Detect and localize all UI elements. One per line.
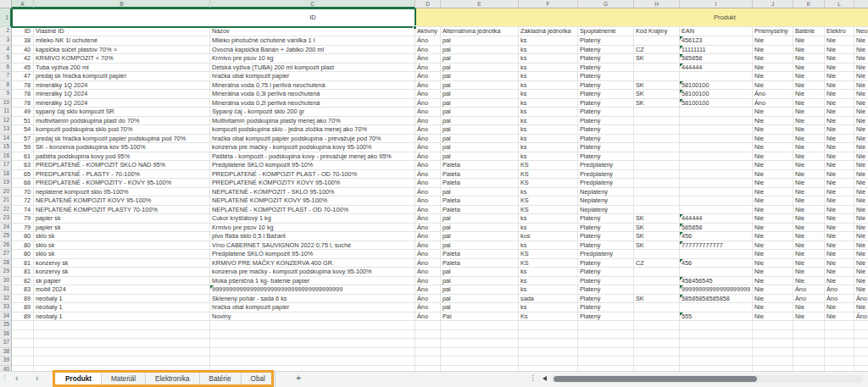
column-header-K[interactable]: K [793,0,825,8]
cell-priemyselny[interactable]: Nie [753,206,793,215]
cell-id[interactable]: 79 [12,224,34,233]
empty-cell[interactable] [12,357,34,366]
cell-priemyselny[interactable]: Nie [753,46,793,55]
produkt-band-cell[interactable]: Produkt [415,8,868,27]
empty-cell[interactable] [415,348,441,357]
cell-zakladna-jednotka[interactable]: ks [519,188,578,197]
cell-nazov[interactable]: Predplatené SKLO kompozit 95-10% [210,161,415,170]
cell-elektro[interactable]: Nie [825,99,854,108]
cell-zakladna-jednotka[interactable]: KS [519,170,578,180]
row-header-39[interactable]: 39 [0,357,12,366]
tab-material[interactable]: Materiál [102,372,146,387]
cell-alternativna-jednotka[interactable]: pal [441,303,519,312]
cell-ean[interactable]: 456123 [680,36,753,46]
cell-nazov[interactable]: Sklenený pohár - sada 6 ks [210,295,415,304]
cell-priemyselny[interactable]: Nie [753,268,793,277]
cell-id[interactable]: 78 [12,99,34,108]
cell-aktivny[interactable]: Áno [415,214,441,224]
cell-zakladna-jednotka[interactable]: ks [519,241,578,251]
cell-nazov[interactable]: NEPLATENÉ - KOMPOZIT - SKLO 95-100% [210,188,415,197]
cell-neobal[interactable]: Nie [854,161,868,170]
empty-cell[interactable] [210,339,415,348]
cell-ean[interactable]: 456 [680,259,753,268]
cell-ean[interactable]: 58100100 [680,99,753,108]
cell-spoplatnenie[interactable]: Predplatený [578,250,634,259]
row-header-7[interactable]: 7 [0,72,12,81]
cell-spoplatnenie[interactable]: Platený [578,143,634,152]
column-header-M[interactable]: M [854,0,868,8]
cell-alternativna-jednotka[interactable]: Paleta [441,196,519,206]
cell-neobal[interactable]: Nie [854,303,868,312]
cell-elektro[interactable]: Nie [825,188,854,197]
cell-kod-krajiny[interactable]: CZ [634,259,680,268]
cell-aktivny[interactable]: Áno [415,135,441,144]
field-header-H[interactable]: Kód Krajiny [634,27,680,36]
empty-cell[interactable] [680,357,753,366]
cell-baterie[interactable]: Nie [793,214,825,224]
field-header-M[interactable]: Neobal [854,27,868,36]
cell-baterie[interactable]: Áno [793,295,825,304]
scrollbar-left-arrow-icon[interactable] [542,376,547,381]
cell-vlastne-id[interactable]: neplatené kompozit sklo 95-100% [34,188,210,197]
cell-elektro[interactable]: Nie [825,64,854,73]
row-header-12[interactable]: 12 [0,117,12,126]
cell-alternativna-jednotka[interactable]: Paleta [441,179,519,188]
cell-spoplatnenie[interactable]: Predplatený [578,170,634,180]
column-header-F[interactable]: F [519,0,578,8]
cell-ean[interactable] [680,152,753,162]
empty-cell[interactable] [519,339,578,348]
cell-alternativna-jednotka[interactable]: pal [441,152,519,162]
cell-nazov[interactable]: Paštéta - kompozit - podskupina kovy - p… [210,152,415,162]
cell-vlastne-id[interactable]: kompozit podskupina sklo pod 70% [34,125,210,135]
row-header-33[interactable]: 33 [0,303,12,312]
cell-neobal[interactable]: Nie [854,224,868,233]
cell-elektro[interactable]: Áno [825,295,854,304]
field-header-C[interactable]: Názov [210,27,415,36]
cell-alternativna-jednotka[interactable]: pal [441,188,519,197]
cell-neobal[interactable]: Nie [854,99,868,108]
cell-neobal[interactable]: Nie [854,81,868,91]
cell-aktivny[interactable]: Áno [415,268,441,277]
cell-elektro[interactable]: Nie [825,179,854,188]
cell-zakladna-jednotka[interactable]: ks [519,72,578,81]
empty-cell[interactable] [12,339,34,348]
row-header-35[interactable]: 35 [0,321,12,330]
cell-kod-krajiny[interactable] [634,72,680,81]
empty-cell[interactable] [34,357,210,366]
row-header-13[interactable]: 13 [0,125,12,135]
cell-zakladna-jednotka[interactable]: Ks [519,312,578,322]
cell-priemyselny[interactable]: Áno [753,90,793,99]
cell-spoplatnenie[interactable]: Platený [578,64,634,73]
cell-alternativna-jednotka[interactable]: pal [441,232,519,241]
cell-kod-krajiny[interactable] [634,117,680,126]
cell-id[interactable]: 74 [12,206,34,215]
row-header-11[interactable]: 11 [0,108,12,117]
cell-spoplatnenie[interactable]: Platený [578,81,634,91]
cell-id[interactable]: 40 [12,46,34,55]
cell-elektro[interactable]: Áno [825,285,854,295]
empty-cell[interactable] [753,330,793,340]
cell-zakladna-jednotka[interactable]: KS [519,259,578,268]
cell-ean[interactable]: 585858 [680,54,753,64]
empty-cell[interactable] [519,330,578,340]
cell-kod-krajiny[interactable]: SK [634,54,680,64]
cell-id[interactable]: 81 [12,259,34,268]
row-header-15[interactable]: 15 [0,143,12,152]
cell-priemyselny[interactable]: Nie [753,135,793,144]
row-header-29[interactable]: 29 [0,268,12,277]
cell-vlastne-id[interactable]: Tuba výživa 200 ml [34,64,210,73]
cell-elektro[interactable]: Nie [825,170,854,180]
cell-nazov[interactable]: Cukor kryštálový 1 kg [210,214,415,224]
cell-spoplatnenie[interactable]: Platený [578,224,634,233]
cell-priemyselny[interactable]: Nie [753,81,793,91]
empty-cell[interactable] [854,321,868,330]
cell-elektro[interactable]: Nie [825,161,854,170]
cell-baterie[interactable]: Nie [793,152,825,162]
cell-neobal[interactable]: Nie [854,152,868,162]
cell-id[interactable]: 82 [12,277,34,286]
cell-id[interactable]: 89 [12,303,34,312]
tab-obal[interactable]: Obal [242,372,275,387]
cell-spoplatnenie[interactable]: Platený [578,125,634,135]
cell-id[interactable]: 80 [12,250,34,259]
cell-priemyselny[interactable]: Nie [753,143,793,152]
